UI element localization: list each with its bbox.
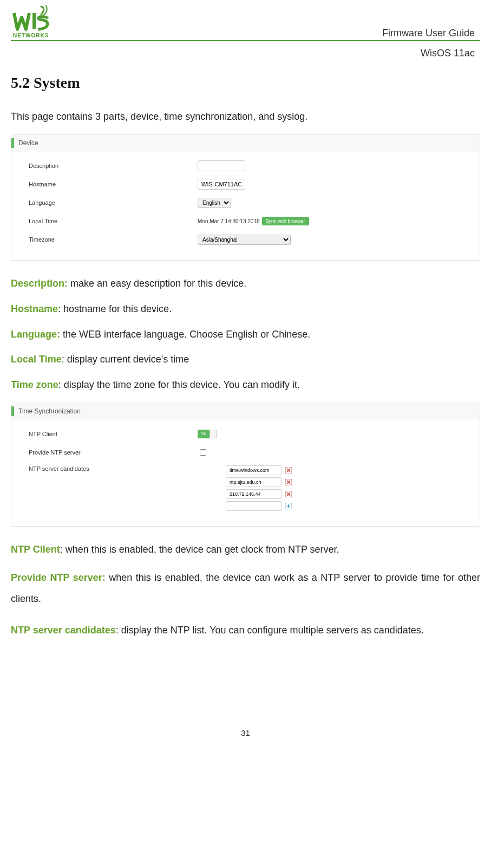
ntp-candidate-input[interactable] [226,501,282,511]
ntp-candidate-input[interactable] [226,489,282,499]
desc-ntp-candidates: NTP server candidates: display the NTP l… [11,620,480,642]
ntp-candidate-row [226,501,292,511]
delete-icon[interactable] [285,491,292,497]
description-label: Description [29,163,198,169]
desc-hostname: Hostname: hostname for this device. [11,301,480,317]
delete-icon[interactable] [285,467,292,474]
guide-subtitle: WisOS 11ac [11,48,475,59]
hostname-input[interactable] [198,179,245,190]
guide-title: Firmware User Guide [382,28,480,39]
ntp-candidate-input[interactable] [226,477,282,487]
wis-networks-logo-icon: NETWORKS [11,5,50,39]
desc-timezone: Time zone: display the time zone for thi… [11,377,480,393]
section-intro: This page contains 3 parts, device, time… [11,111,480,122]
provide-ntp-checkbox[interactable] [200,449,206,456]
device-panel: Device Description Hostname Language Eng… [11,134,480,261]
ntp-candidate-row [226,465,292,475]
device-panel-title: Device [18,139,38,147]
ntp-client-toggle[interactable]: ON [198,430,217,438]
ntp-candidate-row [226,489,292,499]
toggle-knob [210,430,217,438]
device-panel-header: Device [11,135,480,152]
time-sync-panel: Time Synchronization NTP Client ON Provi… [11,403,480,527]
hostname-label: Hostname [29,181,198,187]
ntp-candidates-label: NTP server candidates [29,465,198,472]
time-sync-panel-header: Time Synchronization [11,403,480,420]
local-time-label: Local Time [29,218,198,224]
provide-ntp-label: Provide NTP server [29,449,198,456]
language-label: Language [29,199,198,206]
section-heading: 5.2 System [11,74,480,92]
svg-text:NETWORKS: NETWORKS [13,33,49,38]
desc-provide-ntp: Provide NTP server: when this is enabled… [11,567,480,610]
ntp-client-label: NTP Client [29,431,198,437]
ntp-candidate-input[interactable] [226,465,282,475]
add-icon[interactable] [285,503,292,509]
desc-ntp-client: NTP Client: when this is enabled, the de… [11,542,480,558]
desc-language: Language: the WEB interface language. Ch… [11,327,480,342]
description-input[interactable] [198,160,245,171]
logo: NETWORKS [11,5,50,39]
desc-local-time: Local Time: display current device's tim… [11,352,480,367]
sync-with-browser-button[interactable]: Sync with browser [262,217,309,225]
panel-accent-bar [11,406,14,416]
page-header: NETWORKS Firmware User Guide [11,5,480,41]
timezone-label: Timezone [29,236,198,243]
ntp-candidate-row [226,477,292,487]
time-sync-panel-title: Time Synchronization [18,407,81,415]
page-number: 31 [11,728,480,737]
toggle-on-text: ON [198,430,210,438]
panel-accent-bar [11,138,14,148]
local-time-value: Mon Mar 7 14:30:13 2016 [198,218,260,224]
svg-rect-0 [32,13,36,29]
language-select[interactable]: English [198,198,231,208]
timezone-select[interactable]: Asia/Shanghai [198,235,291,245]
delete-icon[interactable] [285,479,292,485]
desc-description: Description: make an easy description fo… [11,276,480,292]
